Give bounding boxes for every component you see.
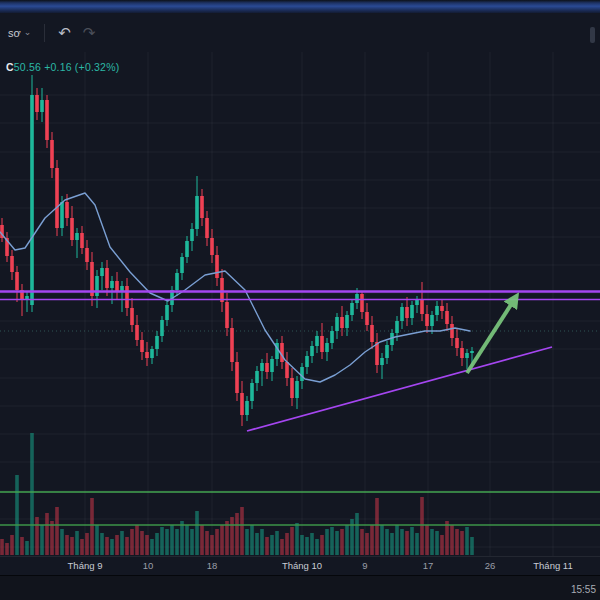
candlestick-chart[interactable]: [0, 52, 600, 556]
chevron-down-icon: ⌄: [24, 27, 32, 37]
chart-toolbar: sơ ⌄ ↶ ↷: [0, 13, 600, 53]
taskbar: 15:55: [0, 575, 600, 600]
chart-style-dropdown[interactable]: sơ ⌄: [2, 23, 37, 43]
time-axis-label: 26: [485, 560, 496, 571]
time-axis-label: Tháng 11: [533, 560, 572, 571]
time-axis[interactable]: Tháng 91018Tháng 1091726Tháng 11: [0, 556, 600, 576]
time-axis-label: 9: [362, 560, 367, 571]
redo-icon: ↷: [83, 24, 96, 42]
screen: sơ ⌄ ↶ ↷ C50.56 +0.16 (+0.32%) Tháng 910…: [0, 0, 600, 600]
time-axis-label: Tháng 10: [282, 560, 322, 571]
legend-series-letter: C: [6, 61, 14, 73]
time-axis-label: 17: [423, 560, 434, 571]
browser-titlebar: [0, 0, 600, 13]
undo-icon: ↶: [58, 24, 71, 42]
taskbar-clock: 15:55: [571, 584, 596, 595]
toolbar-divider: [44, 24, 45, 42]
undo-button[interactable]: ↶: [52, 20, 77, 46]
redo-button[interactable]: ↷: [77, 20, 102, 46]
chart-style-label: sơ: [8, 27, 21, 39]
price-legend: C50.56 +0.16 (+0.32%): [6, 61, 119, 73]
toolbar-scrollbar-thumb: [590, 27, 595, 43]
time-axis-label: 18: [207, 560, 218, 571]
time-axis-label: Tháng 9: [68, 560, 103, 571]
toolbar-left-group: sơ ⌄ ↶ ↷: [0, 13, 101, 52]
time-axis-label: 10: [143, 560, 154, 571]
legend-values: 50.56 +0.16 (+0.32%): [14, 61, 120, 73]
chart-area[interactable]: C50.56 +0.16 (+0.32%): [0, 52, 600, 556]
